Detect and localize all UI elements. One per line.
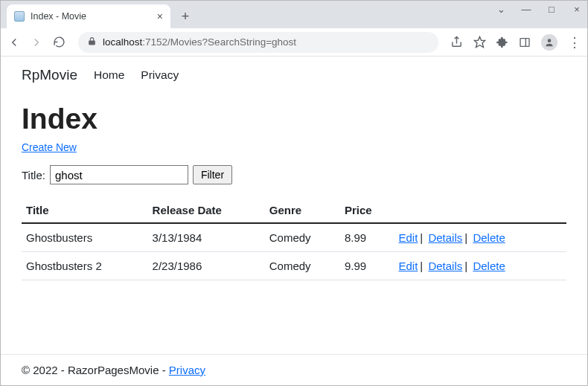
cell-release: 2/23/1986 [148,252,265,280]
filter-label: Title: [22,169,45,181]
tab-title: Index - Movie [31,11,86,22]
page-title: Index [22,103,566,135]
window-maximize-icon[interactable]: □ [546,4,557,15]
bookmark-star-icon[interactable] [473,36,486,48]
cell-genre: Comedy [265,223,340,252]
movies-table: Title Release Date Genre Price Ghostbust… [22,198,566,280]
menu-icon[interactable]: ⋮ [568,34,581,51]
cell-price: 8.99 [340,223,394,252]
table-row: Ghostbusters 3/13/1984 Comedy 8.99 Edit|… [22,223,566,252]
svg-rect-2 [520,38,529,46]
back-button[interactable] [7,35,22,50]
site-navbar: RpMovie Home Privacy [1,57,587,91]
cell-title: Ghostbusters [22,223,148,252]
table-header-row: Title Release Date Genre Price [22,198,566,223]
window-close-icon[interactable]: × [571,4,583,15]
window-controls: ⌄ — □ × [495,4,583,15]
url-port: :7152 [142,36,167,48]
col-price: Price [340,198,394,223]
share-icon[interactable] [450,36,463,48]
filter-form: Title: Filter [22,165,566,184]
browser-titlebar: Index - Movie × + ⌄ — □ × [1,1,587,28]
address-bar[interactable]: localhost:7152/Movies?SearchString=ghost [78,32,438,53]
create-new-link[interactable]: Create New [22,141,77,153]
extensions-icon[interactable] [496,36,508,48]
nav-link-privacy[interactable]: Privacy [141,68,179,82]
col-title: Title [22,198,148,223]
delete-link[interactable]: Delete [473,260,505,272]
lock-icon [87,36,97,48]
edit-link[interactable]: Edit [399,231,418,244]
cell-genre: Comedy [265,252,340,280]
cell-release: 3/13/1984 [148,223,265,252]
reload-button[interactable] [51,35,66,50]
nav-link-home[interactable]: Home [94,68,124,82]
new-tab-button[interactable]: + [175,6,196,27]
details-link[interactable]: Details [428,260,462,272]
side-panel-icon[interactable] [519,36,531,48]
profile-avatar[interactable] [541,34,557,51]
url-text: localhost:7152/Movies?SearchString=ghost [103,36,296,48]
filter-button[interactable]: Filter [193,165,232,184]
col-genre: Genre [265,198,340,223]
tab-favicon [14,11,25,22]
window-minimize-icon[interactable]: — [520,4,532,15]
tab-close-icon[interactable]: × [157,10,163,22]
svg-marker-1 [474,36,485,47]
cell-actions: Edit| Details| Delete [394,252,567,280]
cell-title: Ghostbusters 2 [22,252,148,280]
col-actions [394,198,567,223]
footer-privacy-link[interactable]: Privacy [169,364,205,376]
col-release: Release Date [148,198,265,223]
footer-text: © 2022 - RazorPagesMovie - [22,364,169,376]
url-path: /Movies?SearchString=ghost [167,36,296,48]
search-input[interactable] [50,165,188,184]
footer: © 2022 - RazorPagesMovie - Privacy [1,354,587,385]
main-content: Index Create New Title: Filter Title Rel… [1,91,587,354]
table-row: Ghostbusters 2 2/23/1986 Comedy 9.99 Edi… [22,252,566,280]
window-dropdown-icon[interactable]: ⌄ [495,4,507,15]
cell-actions: Edit| Details| Delete [394,223,567,252]
url-host: localhost [103,36,142,48]
edit-link[interactable]: Edit [399,260,418,272]
cell-price: 9.99 [340,252,394,280]
brand[interactable]: RpMovie [22,67,77,83]
page: RpMovie Home Privacy Index Create New Ti… [1,57,587,385]
browser-toolbar: localhost:7152/Movies?SearchString=ghost… [1,28,587,57]
browser-tab[interactable]: Index - Movie × [7,4,170,28]
details-link[interactable]: Details [428,231,462,244]
forward-button[interactable] [29,35,44,50]
svg-point-4 [548,39,552,42]
delete-link[interactable]: Delete [473,231,505,244]
